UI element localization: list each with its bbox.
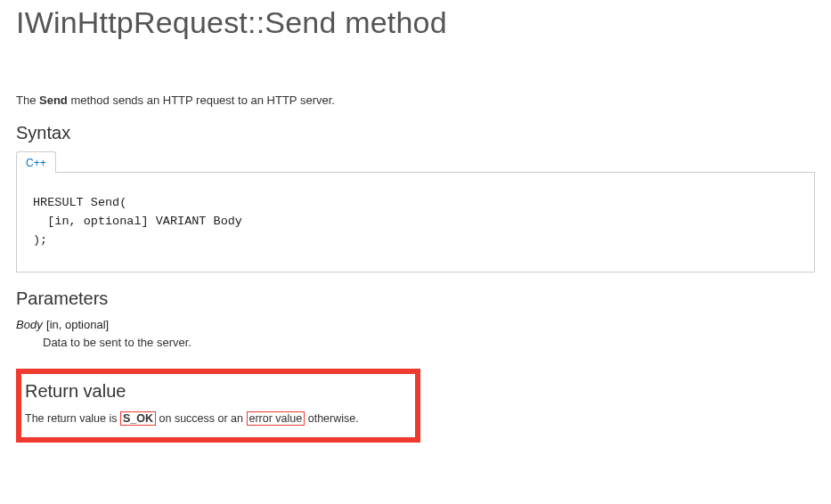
param-attrs: [in, optional] xyxy=(46,318,109,331)
return-text: The return value is S_OK on success or a… xyxy=(25,412,406,425)
parameters-heading: Parameters xyxy=(16,289,815,309)
return-error-token: error value xyxy=(247,411,306,426)
syntax-heading: Syntax xyxy=(16,123,815,143)
return-value-highlight: Return value The return value is S_OK on… xyxy=(16,369,420,443)
tab-cpp[interactable]: C++ xyxy=(16,151,56,173)
syntax-code: HRESULT Send( [in, optional] VARIANT Bod… xyxy=(16,173,815,272)
intro-bold: Send xyxy=(39,93,68,107)
return-prefix: The return value is xyxy=(25,412,120,425)
page-title: IWinHttpRequest::Send method xyxy=(16,5,815,40)
param-name: Body xyxy=(16,318,43,331)
intro-suffix: method sends an HTTP request to an HTTP … xyxy=(68,93,335,107)
intro-text: The Send method sends an HTTP request to… xyxy=(16,93,815,107)
return-suffix: otherwise. xyxy=(305,412,358,425)
syntax-tabstrip: C++ xyxy=(16,150,815,173)
return-ok-token: S_OK xyxy=(120,411,156,426)
intro-prefix: The xyxy=(16,93,39,107)
return-mid: on success or an xyxy=(156,412,246,425)
param-row: Body [in, optional] Data to be sent to t… xyxy=(16,316,815,349)
return-heading: Return value xyxy=(25,381,406,402)
param-desc: Data to be sent to the server. xyxy=(43,336,815,349)
